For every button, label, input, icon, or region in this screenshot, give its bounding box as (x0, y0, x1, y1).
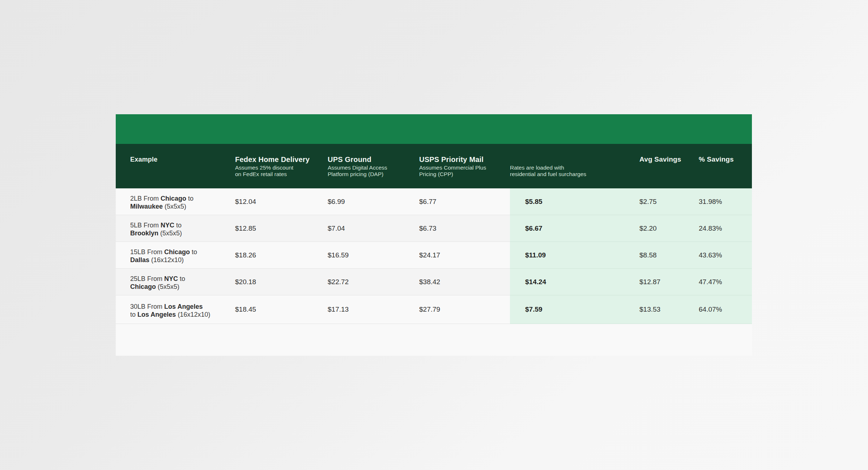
pct-savings-cell: 43.63% (699, 242, 752, 269)
top-green-band (116, 114, 752, 144)
ups-rate-cell: $6.99 (328, 188, 419, 215)
pct-savings-cell: 31.98% (699, 188, 752, 215)
avg-savings-cell: $2.75 (639, 188, 699, 215)
discounted-rate-cell: $6.67 (510, 215, 639, 242)
usps-rate-cell: $38.42 (419, 269, 510, 295)
discounted-rate-cell: $7.59 (510, 295, 639, 324)
column-title-avg-savings: Avg Savings (639, 155, 699, 163)
example-line: 5LB From NYC to (130, 221, 235, 229)
example-text: 30LB From Los Angelesto Los Angeles (16x… (130, 303, 235, 319)
column-header-usps: USPS Priority Mail Assumes Commercial Pl… (419, 144, 510, 188)
ups-rate-cell: $7.04 (328, 215, 419, 242)
column-title-pct-savings: % Savings (699, 155, 752, 163)
example-line: Chicago (5x5x5) (130, 283, 235, 291)
example-line: 25LB From NYC to (130, 275, 235, 283)
ups-rate-cell: $17.13 (328, 295, 419, 324)
table-row: 30LB From Los Angelesto Los Angeles (16x… (116, 295, 752, 324)
example-line: 2LB From Chicago to (130, 195, 235, 202)
example-cell: 15LB From Chicago toDallas (16x12x10) (116, 242, 235, 269)
table-footer (116, 324, 752, 356)
example-cell: 2LB From Chicago toMilwaukee (5x5x5) (116, 188, 235, 215)
usps-rate-cell: $6.73 (419, 215, 510, 242)
fedex-rate-cell: $12.85 (235, 215, 328, 242)
fedex-rate-cell: $18.45 (235, 295, 328, 324)
usps-rate-cell: $24.17 (419, 242, 510, 269)
column-title-usps: USPS Priority Mail (419, 155, 510, 163)
fedex-rate-cell: $20.18 (235, 269, 328, 295)
pct-savings-cell: 64.07% (699, 295, 752, 324)
discounted-rate-cell: $11.09 (510, 242, 639, 269)
column-header-example: Example (116, 144, 235, 188)
example-line: Dallas (16x12x10) (130, 256, 235, 264)
column-title-fedex: Fedex Home Delivery (235, 155, 328, 163)
example-line: to Los Angeles (16x12x10) (130, 311, 235, 319)
column-header-avg-savings: Avg Savings (639, 144, 699, 188)
example-text: 5LB From NYC toBrooklyn (5x5x5) (130, 221, 235, 237)
column-title-ups: UPS Ground (328, 155, 419, 163)
avg-savings-cell: $12.87 (639, 269, 699, 295)
example-cell: 5LB From NYC toBrooklyn (5x5x5) (116, 215, 235, 242)
table-row: 25LB From NYC toChicago (5x5x5) $20.18 $… (116, 269, 752, 295)
example-line: Brooklyn (5x5x5) (130, 229, 235, 237)
example-cell: 25LB From NYC toChicago (5x5x5) (116, 269, 235, 295)
column-subtitle-ups: Assumes Digital Access Platform pricing … (328, 164, 419, 177)
column-subtitle-usps: Assumes Commercial Plus Pricing (CPP) (419, 164, 510, 177)
avg-savings-cell: $2.20 (639, 215, 699, 242)
example-cell: 30LB From Los Angelesto Los Angeles (16x… (116, 295, 235, 324)
column-subtitle-fedex: Assumes 25% discount on FedEx retail rat… (235, 164, 328, 177)
table-header-row: Example Fedex Home Delivery Assumes 25% … (116, 144, 752, 188)
ups-rate-cell: $22.72 (328, 269, 419, 295)
usps-rate-cell: $6.77 (419, 188, 510, 215)
column-subtitle-discounted-rates: Rates are loaded with residential and fu… (510, 164, 639, 177)
column-header-fedex: Fedex Home Delivery Assumes 25% discount… (235, 144, 328, 188)
discounted-rate-cell: $14.24 (510, 269, 639, 295)
avg-savings-cell: $13.53 (639, 295, 699, 324)
example-text: 25LB From NYC toChicago (5x5x5) (130, 275, 235, 291)
column-header-discounted-rates: Rates are loaded with residential and fu… (510, 144, 639, 188)
example-line: 15LB From Chicago to (130, 248, 235, 256)
column-header-pct-savings: % Savings (699, 144, 752, 188)
column-header-ups: UPS Ground Assumes Digital Access Platfo… (328, 144, 419, 188)
ups-rate-cell: $16.59 (328, 242, 419, 269)
avg-savings-cell: $8.58 (639, 242, 699, 269)
example-text: 2LB From Chicago toMilwaukee (5x5x5) (130, 195, 235, 210)
column-title-example: Example (130, 155, 235, 163)
fedex-rate-cell: $12.04 (235, 188, 328, 215)
example-line: 30LB From Los Angeles (130, 303, 235, 311)
table-row: 2LB From Chicago toMilwaukee (5x5x5) $12… (116, 188, 752, 215)
pct-savings-cell: 47.47% (699, 269, 752, 295)
table-body: 2LB From Chicago toMilwaukee (5x5x5) $12… (116, 188, 752, 324)
usps-rate-cell: $27.79 (419, 295, 510, 324)
example-line: Milwaukee (5x5x5) (130, 202, 235, 210)
table-row: 5LB From NYC toBrooklyn (5x5x5) $12.85 $… (116, 215, 752, 242)
shipping-rates-table-card: Example Fedex Home Delivery Assumes 25% … (116, 114, 752, 356)
discounted-rate-cell: $5.85 (510, 188, 639, 215)
table-row: 15LB From Chicago toDallas (16x12x10) $1… (116, 242, 752, 269)
example-text: 15LB From Chicago toDallas (16x12x10) (130, 248, 235, 264)
fedex-rate-cell: $18.26 (235, 242, 328, 269)
pct-savings-cell: 24.83% (699, 215, 752, 242)
